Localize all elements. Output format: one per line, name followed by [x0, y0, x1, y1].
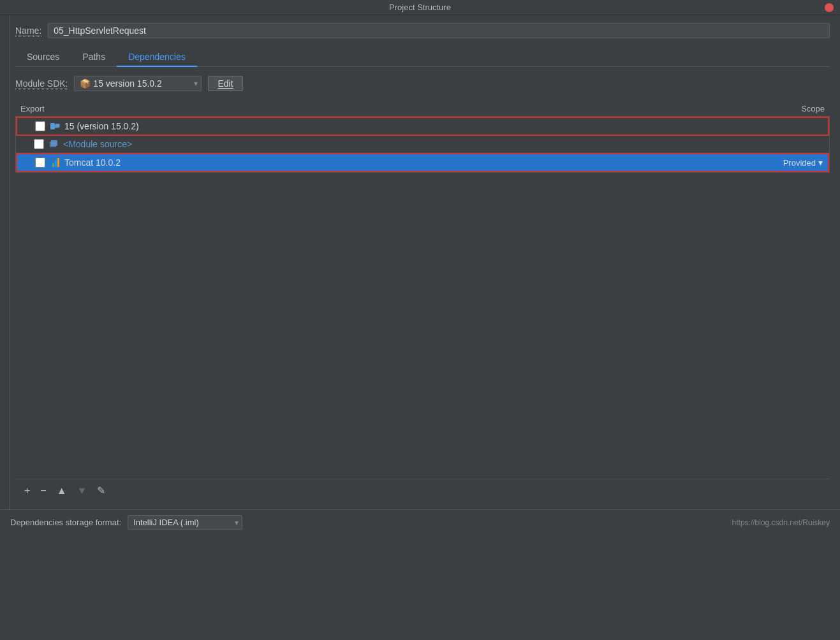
sdk-row-label: 15 (version 15.0.2)	[64, 121, 823, 131]
scope-value: Provided	[783, 158, 816, 168]
bottom-toolbar: + − ▲ ▼ ✎	[15, 479, 830, 502]
scope-chevron-icon[interactable]: ▾	[818, 157, 823, 168]
storage-row: Dependencies storage format: IntelliJ ID…	[0, 509, 840, 535]
close-button[interactable]	[825, 3, 834, 12]
window-title: Project Structure	[389, 3, 451, 12]
tomcat-icon	[50, 157, 61, 168]
table-row[interactable]: Tomcat 10.0.2 Provided ▾	[16, 153, 829, 172]
row-checkbox-tomcat[interactable]	[35, 157, 45, 168]
table-row[interactable]: 15 (version 15.0.2)	[16, 117, 829, 136]
name-label: Name:	[15, 25, 41, 36]
footer-link: https://blog.csdn.net/Ruiskey	[732, 518, 830, 527]
edit-entry-button[interactable]: ✎	[93, 483, 109, 498]
remove-button[interactable]: −	[36, 484, 50, 498]
sdk-icon	[50, 122, 61, 131]
header-scope: Scope	[748, 104, 825, 113]
storage-label: Dependencies storage format:	[10, 518, 121, 527]
tab-paths[interactable]: Paths	[71, 48, 117, 67]
move-down-button[interactable]: ▼	[73, 484, 91, 498]
tomcat-scope[interactable]: Provided ▾	[746, 157, 823, 168]
name-row: Name:	[15, 23, 830, 38]
tabs-container: Sources Paths Dependencies	[15, 47, 830, 67]
sdk-row: Module SDK: 📦 15 version 15.0.2 Edit	[15, 76, 830, 91]
tab-sources[interactable]: Sources	[15, 48, 71, 67]
tomcat-row-label: Tomcat 10.0.2	[64, 157, 746, 168]
left-edge	[5, 15, 10, 509]
move-up-button[interactable]: ▲	[53, 484, 71, 498]
dependencies-table: 15 (version 15.0.2) <Module source>	[15, 117, 830, 173]
table-header: Export Scope	[15, 101, 830, 117]
module-source-icon	[49, 139, 59, 149]
name-input[interactable]	[48, 23, 830, 38]
edit-button[interactable]: Edit	[208, 76, 242, 91]
sdk-label: Module SDK:	[15, 78, 68, 89]
sdk-select[interactable]: 📦 15 version 15.0.2	[74, 76, 202, 91]
module-source-label: <Module source>	[63, 139, 824, 149]
table-row[interactable]: <Module source>	[16, 136, 829, 153]
add-button[interactable]: +	[20, 484, 34, 498]
storage-select-wrapper[interactable]: IntelliJ IDEA (.iml)	[128, 515, 242, 530]
row-checkbox-module[interactable]	[34, 139, 44, 149]
title-bar: Project Structure	[0, 0, 840, 15]
svg-rect-3	[51, 140, 57, 146]
row-checkbox-sdk[interactable]	[35, 121, 45, 131]
empty-area	[15, 173, 830, 479]
svg-rect-1	[56, 124, 60, 127]
storage-select[interactable]: IntelliJ IDEA (.iml)	[128, 515, 242, 530]
tab-dependencies[interactable]: Dependencies	[117, 48, 197, 67]
sdk-select-wrapper[interactable]: 📦 15 version 15.0.2	[74, 76, 202, 91]
header-export: Export	[20, 104, 748, 113]
